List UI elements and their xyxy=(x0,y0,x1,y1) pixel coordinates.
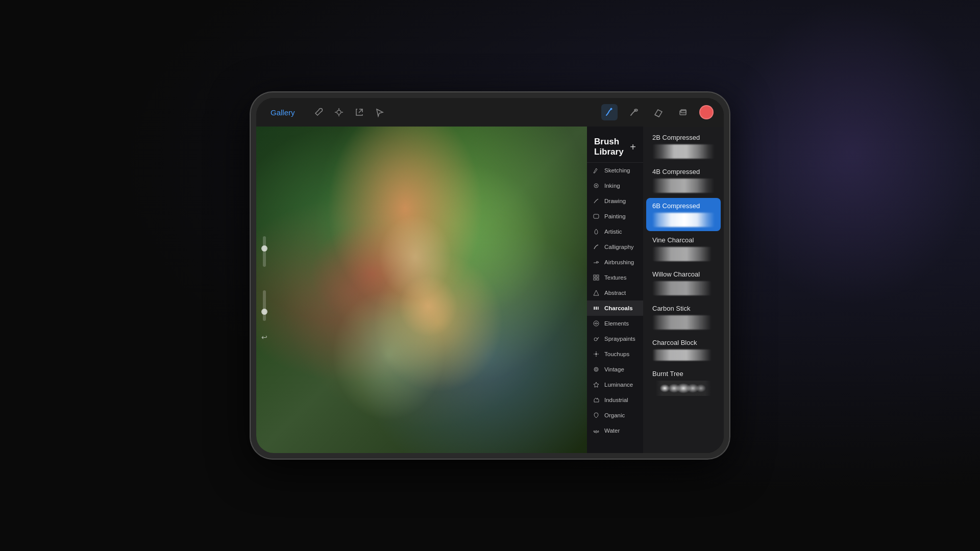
category-charcoals-label: Charcoals xyxy=(604,305,633,311)
brush-item-burnt[interactable]: Burnt Tree xyxy=(646,366,721,400)
brush-item-4b[interactable]: 4B Compressed xyxy=(646,164,721,197)
category-water[interactable]: Water xyxy=(587,423,643,438)
category-water-label: Water xyxy=(604,428,620,434)
svg-point-30 xyxy=(595,368,597,370)
svg-line-5 xyxy=(359,109,362,113)
category-inking[interactable]: Inking xyxy=(587,178,643,193)
calligraphy-icon xyxy=(592,243,600,251)
svg-rect-20 xyxy=(596,307,597,310)
category-textures[interactable]: Textures xyxy=(587,270,643,285)
svg-point-29 xyxy=(594,367,598,371)
brush-stroke-burnt xyxy=(652,381,715,396)
brush-name-carbon: Carbon Stick xyxy=(652,305,715,312)
brush-stroke-block xyxy=(652,349,715,361)
wrench-icon[interactable] xyxy=(311,105,326,119)
layers-button[interactable] xyxy=(675,104,691,120)
painting-icon xyxy=(592,212,600,220)
panel-title: Brush Library xyxy=(594,137,630,157)
undo-button[interactable]: ↩ xyxy=(258,331,271,343)
category-vintage-label: Vintage xyxy=(604,366,624,372)
category-painting[interactable]: Painting xyxy=(587,209,643,224)
brush-name-block: Charcoal Block xyxy=(652,339,715,346)
svg-rect-19 xyxy=(594,307,595,310)
brush-name-4b: 4B Compressed xyxy=(652,168,715,176)
brush-item-2b[interactable]: 2B Compressed xyxy=(646,130,721,163)
category-spraypaints[interactable]: Spraypaints xyxy=(587,331,643,346)
selection-icon[interactable] xyxy=(373,105,387,119)
category-luminance[interactable]: Luminance xyxy=(587,377,643,392)
spacer xyxy=(263,271,266,286)
brush-item-block[interactable]: Charcoal Block xyxy=(646,335,721,365)
ipad-screen: Gallery xyxy=(256,98,724,453)
ipad-frame: Gallery xyxy=(250,92,730,459)
brush-library-panel: Brush Library + Sketching xyxy=(587,127,724,453)
toolbar-left-tools xyxy=(311,105,387,119)
touchups-icon xyxy=(592,350,600,358)
brush-item-vine[interactable]: Vine Charcoal xyxy=(646,232,721,265)
brush-item-carbon[interactable]: Carbon Stick xyxy=(646,300,721,334)
add-brush-button[interactable]: + xyxy=(630,142,636,152)
category-abstract-label: Abstract xyxy=(604,290,626,296)
svg-point-23 xyxy=(594,338,597,341)
category-calligraphy-label: Calligraphy xyxy=(604,244,634,250)
svg-rect-15 xyxy=(597,275,599,277)
category-sketching[interactable]: Sketching xyxy=(587,163,643,178)
brush-stroke-6b xyxy=(652,213,715,227)
category-inking-label: Inking xyxy=(604,183,620,189)
smudge-tool-button[interactable] xyxy=(626,104,642,120)
category-organic-label: Organic xyxy=(604,412,625,418)
opacity-slider[interactable] xyxy=(263,290,266,321)
svg-rect-10 xyxy=(681,110,686,113)
elements-icon xyxy=(592,319,600,328)
canvas-area[interactable]: ↩ xyxy=(256,127,587,453)
industrial-icon xyxy=(592,396,600,404)
vintage-icon xyxy=(592,365,600,373)
brush-tool-button[interactable] xyxy=(601,104,618,120)
category-drawing[interactable]: Drawing xyxy=(587,193,643,209)
inking-icon xyxy=(592,182,600,190)
category-charcoals[interactable]: Charcoals xyxy=(587,300,643,316)
category-drawing-label: Drawing xyxy=(604,198,626,204)
brush-stroke-vine xyxy=(652,247,715,261)
svg-rect-17 xyxy=(597,278,599,280)
brush-name-6b: 6B Compressed xyxy=(652,202,715,210)
svg-point-6 xyxy=(610,108,612,110)
canvas-artwork xyxy=(256,127,587,453)
category-touchups[interactable]: Touchups xyxy=(587,346,643,362)
brush-size-slider[interactable] xyxy=(263,236,266,267)
category-spraypaints-label: Spraypaints xyxy=(604,336,635,342)
water-icon xyxy=(592,427,600,435)
svg-line-8 xyxy=(655,115,659,117)
category-calligraphy[interactable]: Calligraphy xyxy=(587,239,643,255)
category-organic[interactable]: Organic xyxy=(587,408,643,423)
color-swatch[interactable] xyxy=(699,105,714,119)
transform-icon[interactable] xyxy=(352,105,366,119)
category-industrial[interactable]: Industrial xyxy=(587,392,643,408)
gallery-button[interactable]: Gallery xyxy=(266,106,299,119)
category-sidebar: Brush Library + Sketching xyxy=(587,127,643,453)
category-abstract[interactable]: Abstract xyxy=(587,285,643,300)
brush-item-6b[interactable]: 6B Compressed xyxy=(646,198,721,231)
brush-name-vine: Vine Charcoal xyxy=(652,236,715,244)
category-elements[interactable]: Elements xyxy=(587,316,643,331)
brush-stroke-willow xyxy=(652,281,715,295)
adjustments-icon[interactable] xyxy=(332,105,346,119)
toolbar-right xyxy=(601,104,714,120)
category-vintage[interactable]: Vintage xyxy=(587,362,643,377)
eraser-tool-button[interactable] xyxy=(650,104,667,120)
category-artistic[interactable]: Artistic xyxy=(587,224,643,239)
main-area: ↩ Brush Library + Sketching xyxy=(256,127,724,453)
drawing-icon xyxy=(592,197,600,205)
svg-point-12 xyxy=(596,185,597,187)
sketching-icon xyxy=(592,166,600,174)
brush-name-burnt: Burnt Tree xyxy=(652,370,715,378)
brush-stroke-carbon xyxy=(652,315,715,330)
artistic-icon xyxy=(592,228,600,236)
category-airbrushing[interactable]: Airbrushing xyxy=(587,255,643,270)
brush-item-willow[interactable]: Willow Charcoal xyxy=(646,266,721,299)
category-airbrushing-label: Airbrushing xyxy=(604,259,634,265)
category-elements-label: Elements xyxy=(604,320,629,327)
canvas-left-tools: ↩ xyxy=(256,232,273,347)
category-luminance-label: Luminance xyxy=(604,382,633,388)
svg-rect-21 xyxy=(598,307,599,310)
